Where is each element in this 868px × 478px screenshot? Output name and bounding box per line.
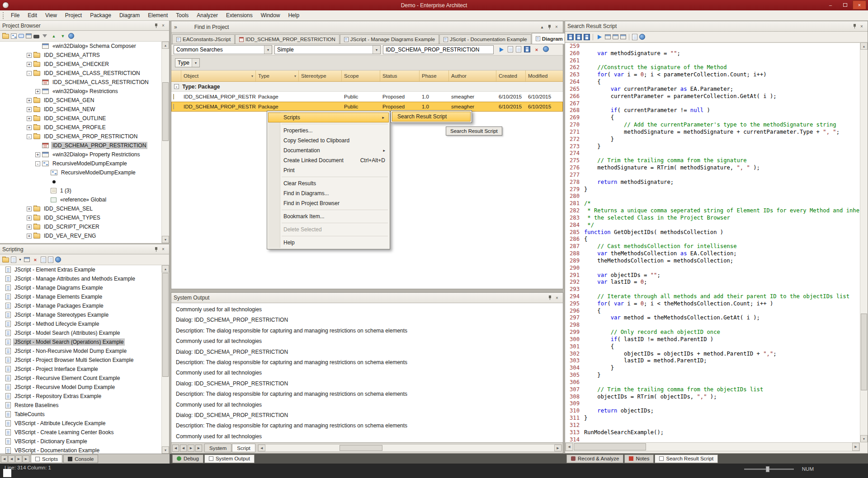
editor-help-icon[interactable] — [639, 34, 645, 40]
save-as-icon[interactable] — [576, 34, 582, 40]
document-tab-eaconstants-jscript[interactable]: EAConstants-JScript — [172, 34, 235, 44]
code-hscrollbar[interactable]: ◀ ▶ — [565, 442, 860, 451]
collapse-icon[interactable]: ▴ — [538, 23, 546, 30]
script-item-jscript-method-lifecycle-example[interactable]: JScript - Method Lifecycle Example — [0, 319, 161, 328]
script-item-jscript-repository-extras-example[interactable]: JScript - Repository Extras Example — [0, 392, 161, 401]
group-by-chip[interactable]: Type ▾ — [175, 58, 200, 67]
expander-icon[interactable]: + — [27, 125, 32, 130]
menu-item-find-in-diagrams[interactable]: Find in Diagrams... — [267, 188, 390, 198]
script-item-restore-baselines[interactable]: Restore Baselines — [0, 401, 161, 410]
output-tab-script[interactable]: Script — [232, 444, 255, 452]
scrollbar-thumb[interactable] — [162, 82, 169, 141]
clear-search-button[interactable]: × — [533, 46, 540, 53]
expander-icon[interactable]: + — [27, 234, 32, 239]
tree-item-idd-schema-profile[interactable]: +IDD_SCHEMA_PROFILE — [0, 123, 161, 132]
minimize-button[interactable]: – — [824, 0, 837, 9]
script-dropdown-icon[interactable]: ▾ — [18, 256, 22, 263]
script-item-vbscript-documentation-example[interactable]: VBScript - Documentation Example — [0, 446, 161, 454]
scroll-right-icon[interactable]: ▶ — [554, 445, 561, 451]
column-header-icon[interactable] — [171, 70, 181, 81]
browser-options-icon[interactable] — [68, 33, 74, 39]
script-item-jscript-manage-elements-example[interactable]: JScript - Manage Elements Example — [0, 292, 161, 301]
menu-item-print[interactable]: Print — [267, 165, 390, 175]
tree-item-idd-script-picker[interactable]: +IDD_SCRIPT_PICKER — [0, 222, 161, 231]
column-header-type[interactable]: Type▾ — [256, 70, 299, 81]
find-in-project-browser-icon[interactable] — [33, 35, 39, 38]
menu-analyzer[interactable]: Analyzer — [193, 10, 222, 20]
new-script-group-icon[interactable] — [2, 258, 9, 262]
new-search-button[interactable] — [508, 46, 513, 52]
close-button[interactable]: × — [853, 0, 866, 9]
menu-file[interactable]: File — [7, 10, 24, 20]
scrollbar-thumb[interactable] — [574, 443, 646, 450]
tree-item-item[interactable] — [0, 177, 161, 186]
tab-scroll-next-icon[interactable]: ▶ — [188, 445, 194, 452]
expander-icon[interactable]: - — [174, 84, 179, 89]
tab-system-output[interactable]: System Output — [204, 455, 255, 463]
output-tab-system[interactable]: System — [204, 444, 231, 452]
move-up-icon[interactable]: ▲ — [50, 33, 57, 40]
menu-item-find-in-project-browser[interactable]: Find in Project Browser — [267, 198, 390, 208]
tab-record-analyze[interactable]: Record & Analyze — [566, 455, 623, 463]
expander-icon[interactable]: - — [27, 71, 32, 76]
scrollbar-thumb[interactable] — [861, 314, 867, 390]
overflow-chevron-icon[interactable]: » — [174, 24, 177, 30]
scrollbar-thumb[interactable] — [162, 273, 169, 377]
expander-icon[interactable]: + — [27, 107, 32, 112]
menu-window[interactable]: Window — [257, 10, 284, 20]
scroll-down-icon[interactable]: ▼ — [162, 446, 169, 454]
paste-script-icon[interactable] — [48, 257, 53, 263]
expander-icon[interactable]: + — [27, 206, 32, 211]
expander-icon[interactable]: + — [35, 152, 40, 157]
column-header-author[interactable]: Author — [449, 70, 496, 81]
menu-edit[interactable]: Edit — [24, 10, 41, 20]
column-header-scope[interactable]: Scope — [342, 70, 380, 81]
script-item-vbscript-attribute-lifecycle-example[interactable]: VBScript - Attribute Lifecycle Example — [0, 419, 161, 428]
move-down-icon[interactable]: ▼ — [59, 33, 66, 40]
expander-icon[interactable]: + — [27, 98, 32, 103]
results-group-row[interactable]: - Type: Package — [171, 82, 563, 92]
scrollbar-thumb[interactable] — [340, 445, 382, 451]
code-vscrollbar[interactable]: ▲ ▼ — [860, 42, 868, 442]
breakpoints-window-icon[interactable] — [613, 34, 618, 39]
menu-item-documentation[interactable]: Documentation▸ — [267, 145, 390, 155]
delete-script-icon[interactable]: × — [32, 256, 39, 263]
script-item-jscript-manage-stereotypes-example[interactable]: JScript - Manage Stereotypes Example — [0, 310, 161, 319]
pin-icon[interactable] — [546, 23, 553, 30]
chevron-down-icon[interactable]: ▾ — [373, 46, 380, 54]
column-header-created[interactable]: Created — [496, 70, 526, 81]
tree-item-recursivemodeldumpexample[interactable]: RecursiveModelDumpExample — [0, 168, 161, 177]
tab-notes[interactable]: Notes — [624, 455, 654, 463]
pin-icon[interactable] — [152, 22, 160, 29]
scroll-down-icon[interactable]: ▼ — [860, 435, 868, 442]
tree-item-idd-schema-prop-restriction[interactable]: IDD_SCHEMA_PROP_RESTRICTION — [0, 141, 161, 150]
code-editor[interactable]: 259260 var methodSignature = "";261262 /… — [565, 42, 860, 442]
column-header-status[interactable]: Status — [380, 70, 420, 81]
menu-view[interactable]: View — [41, 10, 61, 20]
search-options-button[interactable] — [543, 46, 549, 52]
tab-scroll-prev-icon[interactable]: ◀ — [8, 455, 15, 463]
script-item-jscript-manage-attributes-and-methods-example[interactable]: JScript - Manage Attributes and Methods … — [0, 274, 161, 283]
column-header-object[interactable]: Object▾ — [181, 70, 256, 81]
zoom-slider-thumb[interactable] — [766, 466, 769, 472]
scroll-up-icon[interactable]: ▲ — [860, 42, 868, 50]
tab-scripts[interactable]: Scripts — [31, 455, 62, 463]
tab-scroll-last-icon[interactable]: ▶ — [195, 445, 202, 452]
tab-scroll-last-icon[interactable]: ▶ — [23, 455, 29, 463]
scroll-down-icon[interactable]: ▼ — [162, 236, 169, 243]
filter-caret-icon[interactable]: ▾ — [251, 74, 253, 78]
new-package-icon[interactable] — [2, 34, 9, 39]
tab-debug[interactable]: Debug — [172, 455, 203, 463]
menu-package[interactable]: Package — [86, 10, 115, 20]
save-icon[interactable] — [567, 34, 574, 40]
save-all-icon[interactable] — [584, 34, 590, 40]
tree-item-1-3[interactable]: 1 (3) — [0, 186, 161, 195]
package-browser-icon[interactable] — [26, 33, 32, 38]
menu-tools[interactable]: Tools — [172, 10, 193, 20]
tab-scroll-first-icon[interactable]: ◀ — [172, 445, 179, 452]
search-name-combo[interactable]: Simple ▾ — [274, 45, 381, 54]
scroll-left-icon[interactable]: ◀ — [258, 445, 265, 451]
tree-item-reference-global[interactable]: «reference» Global — [0, 195, 161, 204]
expander-icon[interactable]: - — [35, 161, 40, 166]
tab-scroll-prev-icon[interactable]: ◀ — [180, 445, 187, 452]
